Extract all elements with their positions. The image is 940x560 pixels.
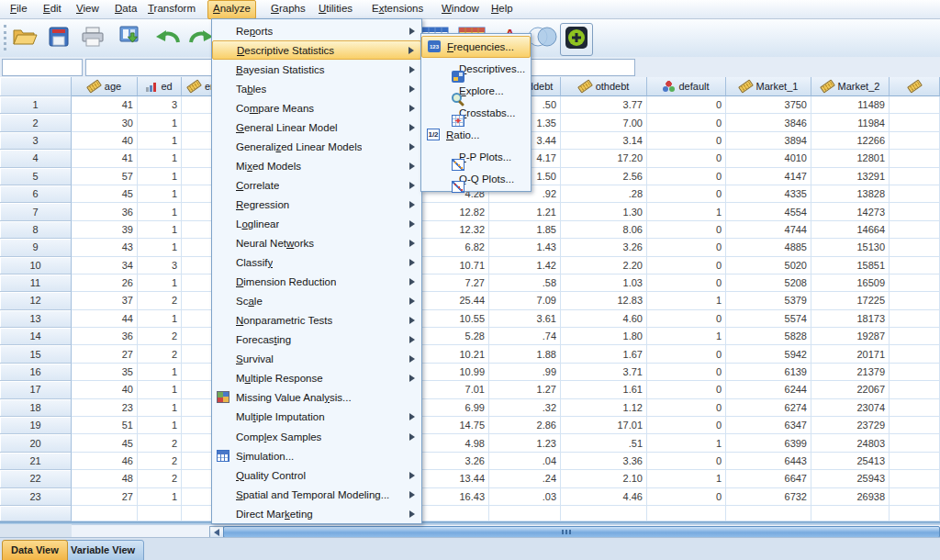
cell-market_2[interactable]: 13291 <box>811 168 890 185</box>
cell-extra[interactable] <box>890 310 940 328</box>
cell-market_1[interactable]: 6139 <box>726 364 811 381</box>
row-number-cell[interactable]: 8 <box>0 221 72 239</box>
cell-market_1[interactable]: 4335 <box>726 185 811 203</box>
row-number-cell[interactable]: 13 <box>0 310 72 328</box>
cell-market_2[interactable]: 22067 <box>811 381 890 398</box>
cell-othdebt[interactable]: 1.30 <box>561 203 647 220</box>
cell-extra[interactable] <box>890 274 940 292</box>
cell-default[interactable]: 0 <box>647 381 726 398</box>
corner-cell[interactable] <box>0 77 72 96</box>
menu-item-spatial-and-temporal-modeling[interactable]: Spatial and Temporal Modeling... <box>212 485 421 504</box>
cell-othdebt[interactable]: 1.80 <box>561 328 647 345</box>
cell-market_2[interactable]: 17225 <box>811 292 890 309</box>
cell-ed[interactable] <box>138 506 182 521</box>
menubar-item-view[interactable]: View <box>72 0 104 17</box>
menubar-item-transform[interactable]: Transform <box>143 0 200 17</box>
cell-default[interactable]: 1 <box>647 203 726 220</box>
cell-default[interactable]: 0 <box>647 114 726 131</box>
cell-othdebt[interactable]: 3.77 <box>561 96 647 114</box>
cell-ed[interactable]: 1 <box>138 221 182 239</box>
cell-creddebt[interactable]: .99 <box>489 364 561 381</box>
cell-ed[interactable]: 2 <box>138 345 182 363</box>
cell-othdebt[interactable]: 2.10 <box>561 470 647 487</box>
row-number-cell[interactable]: 10 <box>0 257 72 274</box>
cell-othdebt[interactable]: 3.71 <box>561 364 647 381</box>
cell-debtinc[interactable]: 6.82 <box>421 239 489 256</box>
cell-default[interactable]: 0 <box>647 239 726 256</box>
cell-ed[interactable]: 1 <box>138 310 182 328</box>
cell-age[interactable] <box>72 506 138 521</box>
cell-market_1[interactable]: 5208 <box>726 274 811 292</box>
cell-age[interactable]: 36 <box>72 203 138 220</box>
variable-sets-button[interactable] <box>527 23 558 54</box>
row-number-cell[interactable]: 12 <box>0 292 72 309</box>
cell-age[interactable]: 27 <box>72 488 138 506</box>
cell-extra[interactable] <box>890 506 940 521</box>
menubar-item-analyze[interactable]: Analyze <box>207 0 256 19</box>
cell-age[interactable]: 39 <box>72 221 138 239</box>
cell-ed[interactable]: 3 <box>138 96 182 114</box>
column-header-market_1[interactable]: Market_1 <box>726 77 811 96</box>
submenu-item-crosstabs[interactable]: Crosstabs... <box>421 102 531 124</box>
cell-ed[interactable]: 1 <box>138 488 182 506</box>
cell-default[interactable]: 0 <box>647 364 726 381</box>
row-number-cell[interactable]: 11 <box>0 274 72 292</box>
menu-item-survival[interactable]: Survival <box>212 350 421 369</box>
cell-debtinc[interactable]: 3.26 <box>421 453 489 470</box>
menu-item-tables[interactable]: Tables <box>212 79 421 98</box>
row-number-cell[interactable]: 4 <box>0 150 72 167</box>
cell-default[interactable]: 1 <box>647 328 726 345</box>
cell-market_1[interactable]: 6244 <box>726 381 811 398</box>
cell-extra[interactable] <box>890 96 940 114</box>
cell-creddebt[interactable]: 1.85 <box>489 221 561 239</box>
cell-market_1[interactable]: 6399 <box>726 434 811 452</box>
cell-extra[interactable] <box>890 203 940 220</box>
cell-market_2[interactable]: 14664 <box>811 221 890 239</box>
cell-debtinc[interactable]: 10.55 <box>421 310 489 328</box>
cell-othdebt[interactable]: 7.00 <box>561 114 647 131</box>
cell-extra[interactable] <box>890 185 940 203</box>
menu-item-multiple-imputation[interactable]: Multiple Imputation <box>212 408 421 427</box>
cell-default[interactable]: 0 <box>647 132 726 150</box>
cell-market_1[interactable]: 3846 <box>726 114 811 131</box>
cell-creddebt[interactable]: 1.23 <box>489 434 561 452</box>
menu-item-neural-networks[interactable]: Neural Networks <box>212 234 421 253</box>
cell-market_1[interactable]: 4554 <box>726 203 811 220</box>
cell-debtinc[interactable]: 6.99 <box>421 399 489 417</box>
recall-dialogs-button[interactable] <box>116 23 147 54</box>
row-number-cell[interactable]: 22 <box>0 470 72 487</box>
cell-creddebt[interactable]: 2.86 <box>489 417 561 434</box>
cell-market_1[interactable]: 4147 <box>726 168 811 185</box>
menu-item-compare-means[interactable]: Compare Means <box>212 98 421 118</box>
cell-market_1[interactable]: 5020 <box>726 257 811 274</box>
cell-age[interactable]: 51 <box>72 417 138 434</box>
cell-othdebt[interactable]: 2.56 <box>561 168 647 185</box>
cell-market_1[interactable]: 4010 <box>726 150 811 167</box>
cell-age[interactable]: 27 <box>72 345 138 363</box>
menu-item-classify[interactable]: Classify <box>212 253 421 273</box>
cell-extra[interactable] <box>890 168 940 185</box>
cell-age[interactable]: 30 <box>72 114 138 131</box>
cell-extra[interactable] <box>890 488 940 506</box>
cell-market_1[interactable]: 5379 <box>726 292 811 309</box>
cell-ed[interactable]: 1 <box>138 239 182 256</box>
cell-extra[interactable] <box>890 399 940 417</box>
cell-age[interactable]: 46 <box>72 453 138 470</box>
cell-ed[interactable]: 1 <box>138 417 182 434</box>
menubar-item-utilities[interactable]: Utilities <box>314 0 357 17</box>
row-number-cell[interactable]: 23 <box>0 488 72 506</box>
cell-debtinc[interactable]: 5.28 <box>421 328 489 345</box>
cell-creddebt[interactable]: 7.09 <box>489 292 561 309</box>
cell-ed[interactable]: 1 <box>138 185 182 203</box>
menubar-item-window[interactable]: Window <box>437 0 484 17</box>
cell-othdebt[interactable]: .51 <box>561 434 647 452</box>
cell-age[interactable]: 34 <box>72 257 138 274</box>
cell-market_2[interactable]: 18173 <box>811 310 890 328</box>
cell-ed[interactable]: 1 <box>138 114 182 131</box>
submenu-item-frequencies[interactable]: 123Frequencies... <box>421 36 531 58</box>
cell-market_2[interactable]: 24803 <box>811 434 890 452</box>
cell-othdebt[interactable]: 8.06 <box>561 221 647 239</box>
cell-market_2[interactable]: 11489 <box>811 96 890 114</box>
menubar-item-file[interactable]: File <box>6 0 32 17</box>
cell-age[interactable]: 41 <box>72 150 138 167</box>
